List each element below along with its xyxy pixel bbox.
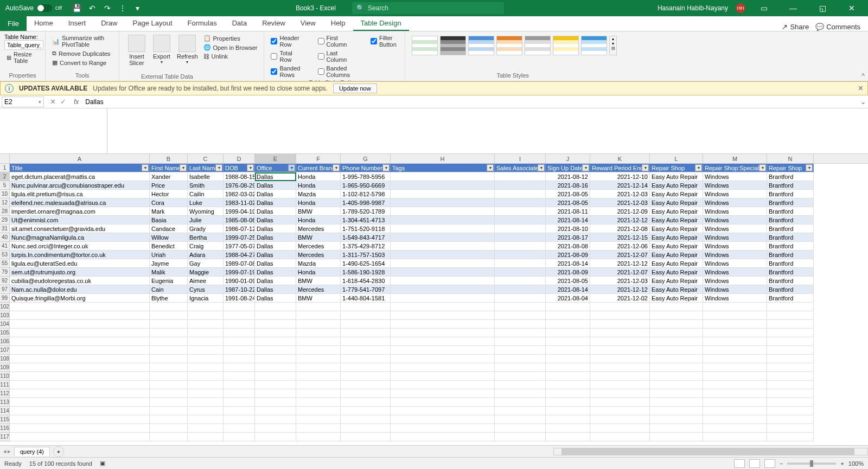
cell[interactable]	[296, 303, 341, 311]
banded-rows-check[interactable]: Banded Rows	[269, 64, 304, 79]
cell[interactable]	[150, 398, 188, 407]
properties-button[interactable]: 📋Properties	[201, 34, 260, 43]
cell[interactable]	[590, 329, 650, 337]
cell[interactable]	[767, 433, 814, 441]
cell[interactable]: Easy Auto Repair	[650, 233, 703, 242]
cell[interactable]: Easy Auto Repair	[650, 259, 703, 268]
cell[interactable]: Dallas	[255, 198, 296, 207]
row-header[interactable]: 79	[0, 268, 9, 277]
cell[interactable]	[296, 433, 341, 441]
cell[interactable]	[703, 337, 767, 346]
last-col-check[interactable]: Last Column	[316, 49, 358, 64]
cell[interactable]: Honda	[296, 216, 341, 224]
col-header-K[interactable]: K	[590, 154, 650, 163]
cell[interactable]	[767, 320, 814, 329]
cell[interactable]: 1999-07-19	[224, 268, 255, 277]
cell[interactable]: Nam.ac.nulla@dolor.edu	[10, 285, 150, 294]
cell[interactable]	[255, 433, 296, 441]
search-box[interactable]: 🔍 Search	[352, 2, 504, 14]
tab-review[interactable]: Review	[254, 16, 293, 31]
cell[interactable]	[150, 372, 188, 381]
cell[interactable]: Easy Auto Repair	[650, 224, 703, 233]
cell[interactable]: 1-789-520-1789	[341, 207, 391, 216]
cell[interactable]	[391, 242, 495, 250]
cell[interactable]: 2021-08-08	[546, 242, 590, 250]
cell[interactable]	[341, 424, 391, 433]
cell[interactable]: Honda	[296, 198, 341, 207]
cell[interactable]	[495, 424, 546, 433]
cell[interactable]	[296, 346, 341, 355]
cell[interactable]: Honda	[296, 181, 341, 190]
close-icon[interactable]: ✕	[841, 0, 863, 16]
filter-dropdown-icon[interactable]: ▾	[487, 164, 494, 171]
row-header[interactable]: 55	[0, 259, 9, 268]
filter-dropdown-icon[interactable]: ▾	[247, 164, 254, 171]
unlink-button[interactable]: ⛓Unlink	[201, 52, 260, 61]
add-sheet-button[interactable]: +	[53, 446, 64, 457]
cell[interactable]	[495, 216, 546, 224]
row-header[interactable]: 97	[0, 285, 9, 294]
cell[interactable]: Nunc.pulvinar.arcu@conubianostraper.edu	[10, 181, 150, 190]
filter-dropdown-icon[interactable]: ▾	[215, 164, 222, 171]
open-browser-button[interactable]: 🌐Open in Browser	[201, 43, 260, 52]
cell[interactable]	[188, 389, 224, 398]
row-header[interactable]: 92	[0, 277, 9, 285]
row-header[interactable]: 117	[0, 433, 9, 441]
cell[interactable]: Mercedes	[296, 242, 341, 250]
cell[interactable]: Cyrus	[188, 285, 224, 294]
cell[interactable]	[703, 398, 767, 407]
cell[interactable]	[255, 329, 296, 337]
table-style-3[interactable]	[468, 36, 494, 55]
cell[interactable]	[650, 407, 703, 415]
cell[interactable]	[590, 381, 650, 389]
cell[interactable]: 1-102-812-5798	[341, 190, 391, 198]
row-header[interactable]: 29	[0, 216, 9, 224]
table-header[interactable]: DOB▾	[224, 164, 255, 172]
cell[interactable]	[296, 372, 341, 381]
cell[interactable]: Xander	[150, 172, 188, 181]
table-name-input[interactable]	[4, 40, 43, 50]
cell[interactable]: cubilia@eudoloregestas.co.uk	[10, 277, 150, 285]
cell[interactable]: 2021-08-17	[546, 233, 590, 242]
cell[interactable]	[341, 363, 391, 372]
cell[interactable]: 2021-12-03	[590, 190, 650, 198]
cell[interactable]	[10, 329, 150, 337]
cell[interactable]: 1985-08-06	[224, 216, 255, 224]
autosave[interactable]: AutoSave Off	[0, 4, 67, 12]
cell[interactable]	[650, 363, 703, 372]
cell[interactable]: Brantford	[767, 207, 814, 216]
cell[interactable]: Windows	[703, 259, 767, 268]
col-header-E[interactable]: E	[255, 154, 296, 163]
cell[interactable]: 1-779-541-7097	[341, 285, 391, 294]
table-header[interactable]: Phone Number▾	[341, 164, 391, 172]
cell[interactable]	[150, 346, 188, 355]
cell[interactable]	[188, 398, 224, 407]
cell[interactable]	[188, 381, 224, 389]
cell[interactable]	[10, 355, 150, 363]
cell[interactable]: ligula.elit.pretium@risus.ca	[10, 190, 150, 198]
table-header[interactable]: Repair Shop▾	[650, 164, 703, 172]
cell[interactable]	[590, 372, 650, 381]
cell[interactable]: 2021-08-09	[546, 250, 590, 259]
cell[interactable]	[255, 424, 296, 433]
cell[interactable]: Brantford	[767, 285, 814, 294]
row-header[interactable]: 99	[0, 294, 9, 303]
cell[interactable]	[341, 337, 391, 346]
row-header[interactable]: 5	[0, 181, 9, 190]
cell[interactable]	[703, 303, 767, 311]
cell[interactable]: Windows	[703, 181, 767, 190]
cell[interactable]: 2021-12-07	[590, 268, 650, 277]
cell[interactable]: turpis.In.condimentum@tortor.co.uk	[10, 250, 150, 259]
cell[interactable]	[650, 424, 703, 433]
cell[interactable]	[590, 407, 650, 415]
cell[interactable]	[255, 320, 296, 329]
cell[interactable]	[391, 415, 495, 424]
cell[interactable]: Cain	[150, 285, 188, 294]
cell[interactable]	[495, 329, 546, 337]
file-tab[interactable]: File	[0, 16, 27, 31]
user-avatar[interactable]: HH	[736, 3, 745, 13]
cell[interactable]: imperdiet.ornare@magnaa.com	[10, 207, 150, 216]
cell[interactable]	[650, 337, 703, 346]
cell[interactable]	[546, 355, 590, 363]
cell[interactable]	[767, 311, 814, 320]
